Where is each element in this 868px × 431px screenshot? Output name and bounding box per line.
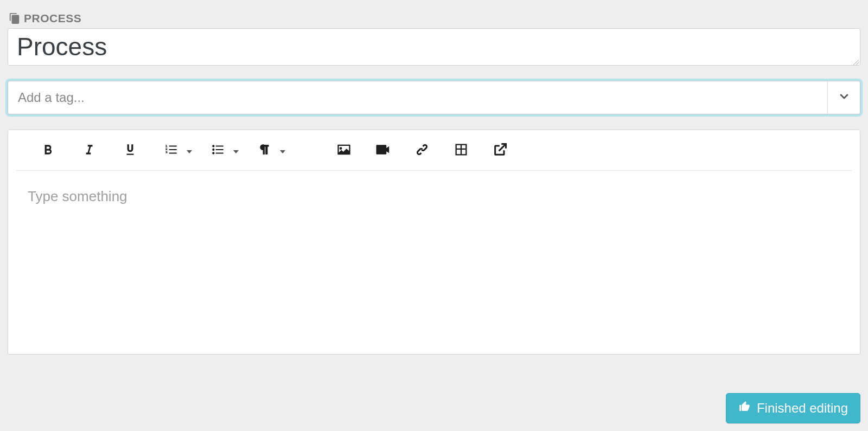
insert-link-button[interactable] — [410, 139, 435, 163]
tag-dropdown-toggle[interactable] — [827, 81, 860, 114]
svg-point-4 — [212, 152, 214, 154]
video-icon — [375, 141, 391, 160]
link-icon — [414, 142, 430, 159]
image-icon — [336, 142, 352, 159]
external-link-icon — [493, 142, 508, 159]
svg-line-1 — [856, 62, 859, 65]
editor-toolbar — [16, 130, 852, 171]
title-input[interactable] — [17, 33, 851, 61]
caret-down-icon — [280, 146, 285, 156]
table-icon — [454, 142, 469, 159]
finished-editing-label: Finished editing — [757, 401, 848, 416]
paragraph-format-dropdown[interactable] — [277, 146, 288, 156]
ordered-list-button[interactable] — [159, 139, 184, 163]
open-external-button[interactable] — [488, 139, 513, 163]
title-field-container — [8, 28, 860, 66]
insert-table-button[interactable] — [449, 139, 474, 163]
finished-editing-button[interactable]: Finished editing — [726, 393, 860, 423]
process-editor-page: PROCESS — [0, 0, 868, 431]
tag-input[interactable] — [8, 81, 827, 114]
rich-text-editor: Type something — [8, 130, 860, 355]
underline-button[interactable] — [118, 139, 143, 163]
italic-icon — [82, 143, 96, 159]
editor-body[interactable]: Type something — [8, 171, 860, 354]
copy-icon — [9, 12, 21, 24]
bold-icon — [41, 143, 55, 159]
thumbs-up-icon — [738, 400, 757, 416]
unordered-list-button[interactable] — [206, 139, 231, 163]
paragraph-icon — [258, 143, 272, 159]
caret-down-icon — [233, 146, 239, 156]
unordered-list-dropdown[interactable] — [231, 146, 241, 156]
insert-image-button[interactable] — [331, 139, 356, 163]
section-label: PROCESS — [8, 12, 860, 25]
section-label-text: PROCESS — [24, 12, 81, 25]
bold-button[interactable] — [35, 139, 60, 163]
paragraph-format-button[interactable] — [252, 139, 277, 163]
ordered-list-dropdown[interactable] — [184, 146, 195, 156]
svg-point-3 — [212, 148, 214, 150]
insert-video-button[interactable] — [371, 139, 395, 163]
chevron-down-icon — [838, 90, 851, 105]
resize-grip-icon — [852, 57, 859, 64]
svg-line-0 — [853, 60, 859, 65]
underline-icon — [123, 143, 137, 159]
unordered-list-icon — [211, 143, 225, 159]
ordered-list-icon — [164, 143, 178, 159]
svg-point-2 — [212, 145, 214, 147]
italic-button[interactable] — [76, 139, 101, 163]
tag-combobox[interactable] — [8, 81, 860, 114]
caret-down-icon — [187, 146, 192, 156]
editor-placeholder: Type something — [28, 188, 840, 205]
